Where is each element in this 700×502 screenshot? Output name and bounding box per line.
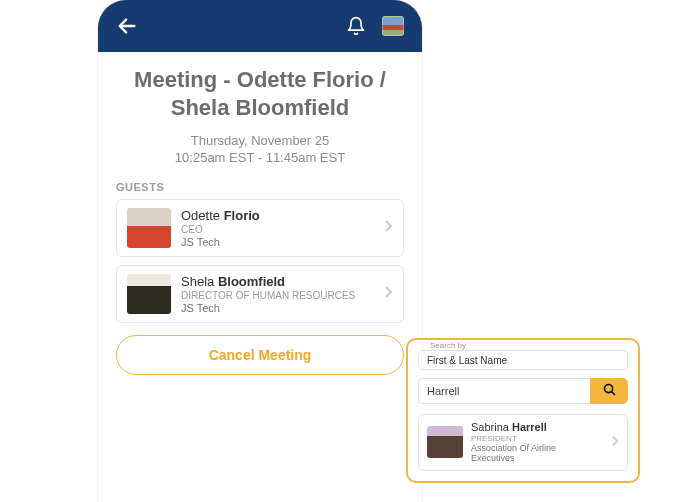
search-popover: Search by First & Last Name Sabrina Harr… — [406, 338, 640, 483]
back-button[interactable] — [116, 15, 138, 37]
phone-frame: Meeting - Odette Florio / Shela Bloomfie… — [98, 0, 422, 502]
guest-company: JS Tech — [181, 302, 373, 314]
guest-title: CEO — [181, 224, 373, 235]
chevron-right-icon — [383, 219, 393, 237]
notifications-icon[interactable] — [346, 16, 366, 36]
guest-info: Odette Florio CEO JS Tech — [181, 208, 373, 248]
search-mode-field: Search by First & Last Name — [418, 350, 628, 370]
guest-card[interactable]: Odette Florio CEO JS Tech — [116, 199, 404, 257]
guest-card[interactable]: Shela Bloomfield DIRECTOR OF HUMAN RESOU… — [116, 265, 404, 323]
search-icon — [602, 382, 617, 401]
guest-name: Odette Florio — [181, 208, 373, 223]
chevron-right-icon — [610, 433, 619, 451]
search-result-card[interactable]: Sabrina Harrell PRESIDENT Association Of… — [418, 414, 628, 471]
search-button[interactable] — [590, 378, 628, 404]
guest-company: JS Tech — [181, 236, 373, 248]
meeting-time: 10:25am EST - 11:45am EST — [116, 150, 404, 165]
search-row — [418, 378, 628, 404]
search-field-label: Search by — [426, 341, 470, 350]
result-company: Association Of Airline Executives — [471, 444, 602, 464]
result-title: PRESIDENT — [471, 434, 602, 443]
app-bar — [98, 0, 422, 52]
meeting-date: Thursday, November 25 — [116, 133, 404, 148]
chevron-right-icon — [383, 285, 393, 303]
search-mode-dropdown[interactable]: First & Last Name — [418, 350, 628, 370]
guest-photo — [127, 208, 171, 248]
guest-name: Shela Bloomfield — [181, 274, 373, 289]
guests-section-label: GUESTS — [116, 181, 404, 193]
svg-line-2 — [611, 391, 614, 394]
meeting-content: Meeting - Odette Florio / Shela Bloomfie… — [98, 52, 422, 375]
result-name: Sabrina Harrell — [471, 421, 602, 433]
guest-photo — [127, 274, 171, 314]
profile-avatar[interactable] — [382, 16, 404, 36]
search-input[interactable] — [418, 378, 590, 404]
meeting-title: Meeting - Odette Florio / Shela Bloomfie… — [116, 66, 404, 121]
result-photo — [427, 426, 463, 458]
guest-title: DIRECTOR OF HUMAN RESOURCES — [181, 290, 373, 301]
cancel-meeting-button[interactable]: Cancel Meeting — [116, 335, 404, 375]
guest-info: Shela Bloomfield DIRECTOR OF HUMAN RESOU… — [181, 274, 373, 314]
result-info: Sabrina Harrell PRESIDENT Association Of… — [471, 421, 602, 464]
